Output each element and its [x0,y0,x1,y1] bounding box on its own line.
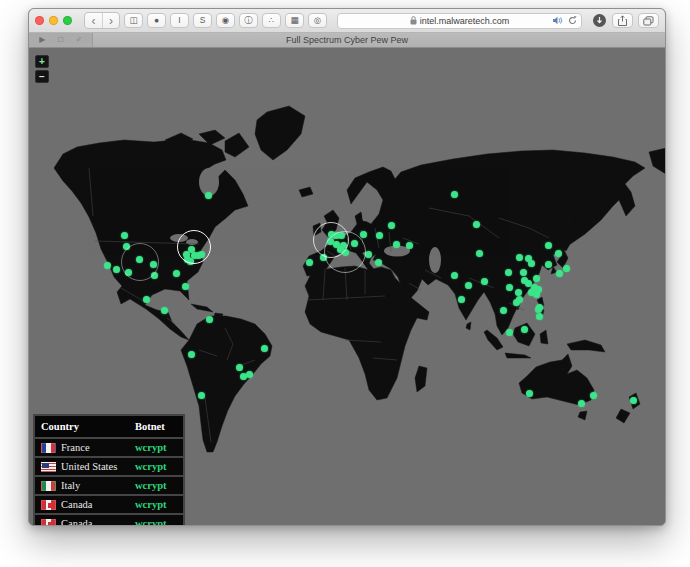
infection-dot [555,250,562,257]
feed-table-row: Canadawcrypt [35,513,183,526]
infection-dot [526,390,533,397]
downloads-button[interactable] [592,13,607,28]
infection-dot [161,307,168,314]
infection-dot [306,259,313,266]
it-flag-icon [41,481,56,491]
botnet-cell: wcrypt [135,480,177,491]
infection-dot [206,316,213,323]
back-button[interactable]: ‹ [85,13,102,28]
country-name: Canada [61,518,93,526]
infection-dot [451,272,458,279]
extension-paw-button[interactable]: ∴ [262,13,281,28]
country-name: United States [61,461,117,472]
extension-dark-circle-icon: ● [154,16,159,25]
infection-dot [528,260,535,267]
extension-i-button[interactable]: I [170,13,189,28]
infection-dot [533,291,540,298]
botnet-name: wcrypt [135,442,167,453]
minimize-window-button[interactable] [49,16,58,25]
infection-dot [556,270,563,277]
botnet-name: wcrypt [135,499,167,510]
extension-button-strip: ●IS◉ⓘ∴▦◎ [147,13,327,28]
infection-dot [536,313,543,320]
infection-dot [376,232,383,239]
attack-ping-circle [177,230,211,264]
country-cell: Canada [41,518,135,526]
map-zoom-control: + − [35,55,49,83]
infection-dot [500,307,507,314]
botnet-cell: wcrypt [135,518,177,526]
infection-dot [516,254,523,261]
infection-dot [113,266,120,273]
tab-bar: ▶□♂ Full Spectrum Cyber Pew Pew [29,33,665,48]
extension-s-icon: S [200,16,206,25]
mute-audio-icon[interactable] [553,16,563,25]
extension-camera-icon: ◉ [222,16,229,25]
extension-info-icon: ⓘ [244,16,253,25]
infection-dot [143,296,150,303]
extension-camera-button[interactable]: ◉ [216,13,235,28]
infection-dot [536,304,543,311]
infection-dot [188,351,195,358]
feed-table-header: Country Botnet [35,416,183,437]
close-window-button[interactable] [35,16,44,25]
country-cell: United States [41,461,135,472]
sidebar-toggle-button[interactable]: ◫ [124,13,143,28]
extension-dark-circle-button[interactable]: ● [147,13,166,28]
infection-dot [458,296,465,303]
infection-dot [240,373,247,380]
infection-dot [513,299,520,306]
browser-toolbar[interactable]: ‹ › ◫ ●IS◉ⓘ∴▦◎ intel.malwaretech.com [29,9,665,33]
attack-ping-circle [121,243,159,281]
zoom-out-button[interactable]: − [35,70,49,83]
country-name: Italy [61,480,80,491]
infection-dot [205,192,212,199]
feed-table-row: Italywcrypt [35,475,183,494]
extension-info-button[interactable]: ⓘ [239,13,258,28]
active-tab[interactable]: Full Spectrum Cyber Pew Pew [29,33,665,47]
attack-ping-circle [324,231,366,273]
lock-icon [410,16,417,25]
infection-dot [451,191,458,198]
infection-dot [630,397,637,404]
infection-dot [393,241,400,248]
extension-target-icon: ◎ [314,16,321,25]
infection-dot [545,242,552,249]
extension-s-button[interactable]: S [193,13,212,28]
infection-dot [236,364,243,371]
botnet-name: wcrypt [135,480,167,491]
botnet-name: wcrypt [135,461,167,472]
infection-dot [563,265,570,272]
share-button[interactable] [612,13,633,28]
infection-dot [198,392,205,399]
botnet-map[interactable]: + − Country Botnet FrancewcryptUnited St… [29,48,665,526]
infection-dot [375,259,382,266]
zoom-window-button[interactable] [63,16,72,25]
zoom-in-button[interactable]: + [35,55,49,68]
url-text: intel.malwaretech.com [420,16,510,26]
infection-dot [182,283,189,290]
botnet-name: wcrypt [135,518,167,526]
tab-overview-button[interactable] [638,13,659,28]
forward-button[interactable]: › [102,13,119,28]
infection-dot [545,261,552,268]
toolbar-right-buttons [592,13,659,28]
window-controls [35,16,72,25]
address-bar[interactable]: intel.malwaretech.com [337,13,582,29]
reload-icon[interactable] [568,16,577,25]
infection-dot [406,242,413,249]
country-name: France [61,442,90,453]
infection-dot [590,392,597,399]
infection-dot [388,222,395,229]
ca-flag-icon [41,500,56,510]
infection-dot [246,371,253,378]
extension-qr-button[interactable]: ▦ [285,13,304,28]
infection-dot [506,284,513,291]
feed-table-row: Francewcrypt [35,437,183,456]
country-cell: France [41,442,135,453]
botnet-feed-table: Country Botnet FrancewcryptUnited States… [33,414,185,526]
extension-target-button[interactable]: ◎ [308,13,327,28]
tab-title: Full Spectrum Cyber Pew Pew [286,35,408,45]
extension-paw-icon: ∴ [269,16,274,25]
feed-table-row: Canadawcrypt [35,494,183,513]
